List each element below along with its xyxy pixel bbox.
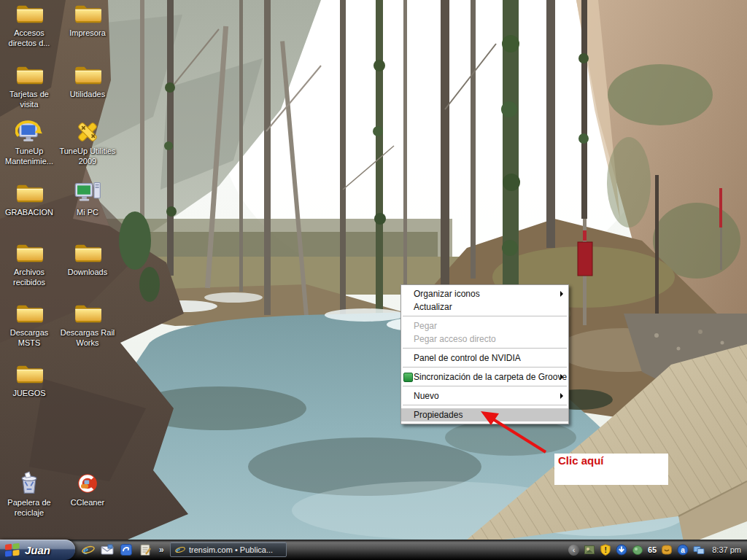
my-computer-icon	[74, 181, 101, 206]
a-app-icon[interactable]	[677, 544, 689, 556]
desktop-icon-ccleaner[interactable]: CCleaner	[58, 471, 117, 508]
taskbar-clock[interactable]: 8:37 pm	[712, 545, 741, 554]
ccleaner-icon	[74, 471, 101, 496]
menu-item-panel-nvidia[interactable]: Panel de control de NVIDIA	[401, 351, 568, 365]
desktop-icon-tuneup-mantenimiento[interactable]: TuneUp Mantenimie...	[0, 120, 58, 166]
desktop-icon-label: TuneUp Mantenimie...	[0, 146, 58, 166]
clic-aqui-label: Clic aquí	[554, 454, 668, 467]
desktop-icon-papelera[interactable]: Papelera de reciclaje	[0, 471, 58, 518]
windows-logo-icon	[5, 543, 20, 557]
desktop-icon-label: JUEGOS	[12, 388, 45, 398]
dual-monitors-icon[interactable]	[693, 544, 705, 556]
notes-icon[interactable]	[139, 543, 152, 556]
folder-icon	[74, 241, 101, 265]
folder-icon	[15, 301, 43, 326]
desktop-icon-label: CCleaner	[71, 497, 104, 508]
desktop-icon-label: Downloads	[68, 267, 107, 277]
tray-image-icon[interactable]	[584, 544, 595, 556]
desktop-icon-grabacion[interactable]: GRABACION	[0, 181, 58, 217]
desktop-icon-label: Accesos directos d...	[0, 28, 58, 48]
folder-icon	[15, 362, 43, 386]
folder-icon	[74, 63, 101, 88]
start-button-label: Juan	[25, 544, 50, 556]
task-button-label: trensim.com • Publica...	[189, 545, 273, 554]
taskbar-task-trensim[interactable]: trensim.com • Publica...	[170, 542, 287, 557]
tuneup-maintenance-icon	[15, 120, 43, 144]
desktop-icon-label: Impresora	[69, 28, 106, 38]
menu-item-nuevo[interactable]: Nuevo	[401, 389, 568, 402]
folder-icon	[15, 181, 43, 206]
tray-collapse-chevron[interactable]: ‹	[568, 545, 579, 556]
internet-explorer-icon[interactable]	[82, 543, 95, 556]
desktop-screen: e !	[0, 0, 747, 560]
green-app-icon[interactable]	[632, 544, 643, 556]
menu-item-propiedades[interactable]: Propiedades	[401, 408, 568, 421]
desktop-icon-tarjetas[interactable]: Tarjetas de visita	[0, 63, 58, 109]
desktop-icon-accesos[interactable]: Accesos directos d...	[0, 1, 58, 48]
taskbar: Juan » trensim.com • Publica... ‹ 65 8:3…	[0, 540, 747, 560]
orange-app-icon[interactable]	[661, 544, 673, 556]
temp-readout[interactable]: 65	[648, 545, 657, 554]
desktop-icon-utilidades[interactable]: Utilidades	[58, 63, 117, 99]
submenu-arrow-icon	[560, 393, 563, 399]
desktop-icon-mi-pc[interactable]: Mi PC	[58, 181, 117, 217]
quick-launch-bar: »	[82, 540, 164, 560]
desktop-icon-label: Descargas MSTS	[0, 327, 58, 348]
security-shield-icon[interactable]	[600, 544, 611, 556]
clic-aqui-callout: Clic aquí	[554, 454, 668, 485]
outlook-express-icon[interactable]	[101, 543, 114, 556]
folder-icon	[15, 1, 43, 26]
desktop-context-menu: Organizar iconos Actualizar Pegar Pegar …	[400, 284, 569, 424]
menu-item-groove-sync[interactable]: Sincronización de la carpeta de Groove	[401, 370, 568, 384]
start-button[interactable]: Juan	[0, 540, 75, 560]
download-update-icon[interactable]	[616, 544, 627, 556]
system-tray: ‹ 65 8:37 pm	[568, 540, 744, 560]
menu-separator	[403, 367, 567, 368]
desktop-icon-descargas-msts[interactable]: Descargas MSTS	[0, 301, 58, 348]
menu-separator	[403, 316, 567, 317]
desktop-icon-impresora[interactable]: Impresora	[58, 1, 117, 38]
desktop-icon-juegos[interactable]: JUEGOS	[0, 362, 58, 398]
desktop-icon-label: Mi PC	[77, 207, 98, 217]
folder-icon	[15, 241, 43, 265]
desktop-icon-label: Papelera de reciclaje	[0, 497, 58, 518]
submenu-arrow-icon	[560, 291, 563, 297]
menu-item-pegar-acceso-directo: Pegar acceso directo	[401, 332, 568, 346]
desktop-icon-label: Tarjetas de visita	[0, 89, 58, 109]
blue-app-icon[interactable]	[120, 543, 133, 556]
desktop-icon-archivos[interactable]: Archivos recibidos	[0, 241, 58, 287]
desktop-icons-area: Accesos directos d... Tarjetas de visita…	[0, 0, 120, 540]
folder-icon	[74, 301, 101, 326]
folder-icon	[74, 1, 101, 26]
desktop-icon-downloads[interactable]: Downloads	[58, 241, 117, 277]
desktop-icon-descargas-railworks[interactable]: Descargas Rail Works	[58, 301, 117, 348]
recycle-bin-icon	[15, 471, 43, 496]
folder-icon	[15, 63, 43, 88]
menu-separator	[403, 405, 567, 406]
desktop-icon-label: Descargas Rail Works	[58, 327, 117, 348]
menu-separator	[403, 386, 567, 387]
desktop-icon-label: Archivos recibidos	[0, 267, 58, 287]
menu-item-actualizar[interactable]: Actualizar	[401, 300, 568, 314]
desktop-icon-label: GRABACION	[5, 207, 53, 217]
internet-explorer-icon	[175, 545, 185, 555]
desktop-icon-tuneup-utilities[interactable]: TuneUp Utilities 2009	[58, 120, 117, 166]
desktop-icon-label: TuneUp Utilities 2009	[58, 146, 117, 166]
menu-item-organizar-iconos[interactable]: Organizar iconos	[401, 287, 568, 300]
quick-launch-overflow-chevron[interactable]: »	[159, 545, 164, 555]
submenu-arrow-icon	[560, 374, 563, 380]
red-trail-sign	[578, 242, 592, 276]
tuneup-utilities-icon	[74, 120, 101, 144]
menu-separator	[403, 348, 567, 349]
desktop-icon-label: Utilidades	[70, 89, 105, 99]
menu-item-pegar: Pegar	[401, 319, 568, 332]
groove-icon	[403, 373, 413, 382]
